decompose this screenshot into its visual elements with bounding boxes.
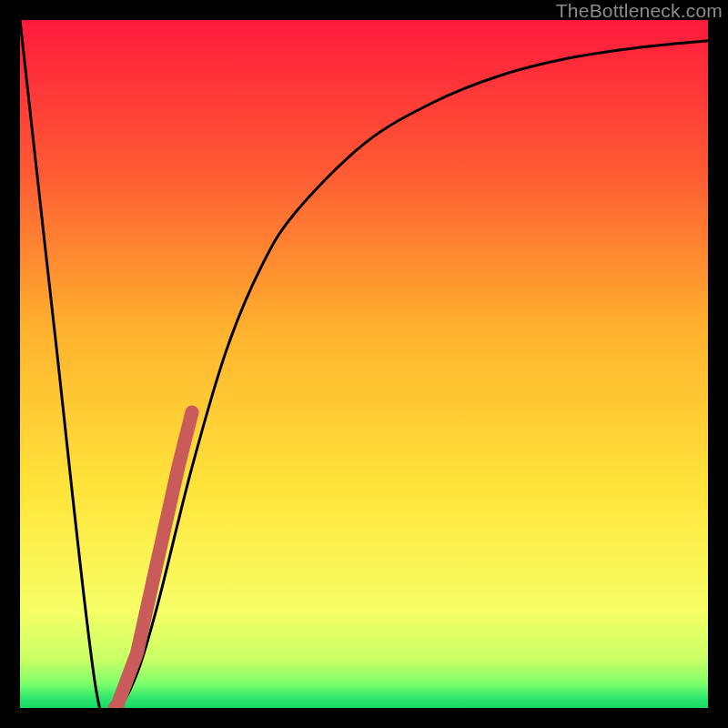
plot-area xyxy=(20,20,708,708)
bottleneck-curve xyxy=(20,20,708,708)
chart-frame: TheBottleneck.com xyxy=(0,0,728,728)
watermark-text: TheBottleneck.com xyxy=(556,0,723,22)
